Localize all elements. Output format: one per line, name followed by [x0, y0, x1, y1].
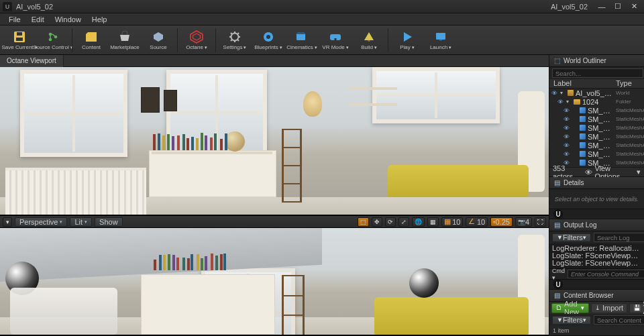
log-filters-dropdown[interactable]: ▼ Filters ▾ — [552, 233, 591, 242]
settings-icon — [227, 30, 242, 44]
scale-mode-button[interactable]: ⤢ — [398, 217, 409, 227]
outliner-icon: ⬚ — [553, 58, 560, 64]
outliner-row[interactable]: 👁SM_AI_vol5_2_wallStaticMeshAStaticMeshA — [549, 150, 644, 158]
outliner-row[interactable]: 👁▾1024Folder — [549, 97, 644, 106]
outliner-search-input[interactable] — [552, 68, 643, 78]
maximize-button[interactable]: ☐ — [610, 2, 625, 11]
toolbar-vr-mode-button[interactable]: VR Mode ▾ — [319, 27, 352, 54]
world-icon — [568, 90, 574, 96]
toolbar-label: Cinematics ▾ — [286, 44, 317, 50]
visibility-icon[interactable]: 👁 — [564, 107, 570, 114]
outliner-row[interactable]: 👁SM_AI_vol5_2_baskStaticMeshAStaticMeshA — [549, 106, 644, 115]
toolbar-save-button[interactable]: Save Current ▾ — [3, 27, 36, 54]
outliner-row[interactable]: 👁SM_AI_vol5_2_planStaticMeshAStaticMeshA — [549, 123, 644, 132]
main-toolbar: Save Current ▾Source Control ▾ContentMar… — [0, 25, 644, 55]
import-button[interactable]: ⤓ Import — [591, 303, 627, 313]
output-log-header[interactable]: ▤ Output Log — [549, 219, 644, 231]
svg-marker-6 — [191, 31, 203, 43]
outliner-row[interactable]: 👁SM_AI_vol5_2_wallStaticMeshAStaticMeshA — [549, 141, 644, 150]
svg-marker-7 — [193, 34, 201, 40]
source-control-icon — [46, 30, 60, 44]
log-search-input[interactable] — [594, 233, 644, 242]
cb-filters-dropdown[interactable]: ▼ Filters ▾ — [552, 316, 591, 325]
add-new-button[interactable]: 🗋 Add New ▾ — [551, 303, 589, 313]
tab-octane-viewport[interactable]: Octane Viewport — [0, 55, 64, 67]
content-icon — [84, 30, 99, 44]
visibility-icon[interactable]: 👁 — [557, 99, 564, 105]
world-outliner-panel: ⬚ World Outliner ⚙ ＋ Label Type 👁▾AI_vol… — [549, 55, 644, 177]
details-panel: ▤ Details Select an object to view detai… — [549, 177, 644, 209]
editor-viewport[interactable] — [0, 228, 549, 336]
coord-space-button[interactable]: 🌐 — [412, 217, 425, 227]
toolbar-launch-button[interactable]: Launch ▾ — [424, 27, 458, 54]
menu-window[interactable]: Window — [50, 15, 86, 24]
toolbar-label: Octane ▾ — [186, 44, 207, 50]
toolbar-settings-button[interactable]: Settings ▾ — [218, 27, 252, 54]
minimize-button[interactable]: — — [594, 2, 609, 11]
visibility-icon[interactable]: 👁 — [564, 151, 570, 158]
toolbar-play-button[interactable]: Play ▾ — [390, 27, 424, 54]
row-type: StaticMeshA — [616, 125, 644, 131]
octane-viewport[interactable]: /*books*/ — [0, 67, 549, 216]
lit-dropdown[interactable]: Lit▾ — [70, 217, 92, 227]
row-type: World — [616, 90, 644, 96]
scale-snap-value[interactable]: ▫ 0.25 — [490, 217, 513, 227]
viewport-options-button[interactable]: ▾ — [3, 217, 12, 227]
perspective-dropdown[interactable]: Perspective▾ — [15, 217, 67, 227]
visibility-icon[interactable]: 👁 — [564, 125, 570, 131]
close-button[interactable]: ✕ — [627, 2, 641, 11]
visibility-icon[interactable]: 👁 — [564, 142, 570, 149]
grid-snap-value[interactable]: ▦ 10 — [441, 217, 464, 227]
surface-snap-button[interactable]: ▦ — [427, 217, 439, 227]
octane-tab-strip: Octane Viewport — [0, 55, 549, 67]
cmd-label[interactable]: Cmd ▾ — [552, 268, 565, 281]
cb-search-input[interactable] — [594, 315, 644, 325]
vr-mode-icon — [328, 30, 343, 44]
rotate-mode-button[interactable]: ⟳ — [385, 217, 396, 227]
content-browser-panel: ▤ Content Browser 🗋 Add New ▾ ⤓ Import 💾… — [549, 290, 644, 336]
outliner-row[interactable]: 👁SM_AI_vol5_2_wallStaticMeshAStaticMeshA — [549, 132, 644, 141]
toolbar-marketplace-button[interactable]: Marketplace — [108, 27, 142, 54]
mesh-icon — [580, 133, 586, 139]
show-dropdown[interactable]: Show — [95, 217, 123, 227]
toolbar-blueprints-button[interactable]: Blueprints ▾ — [252, 27, 285, 54]
visibility-icon[interactable]: 👁 — [551, 90, 558, 97]
play-icon — [400, 30, 415, 44]
launch-icon — [433, 30, 448, 44]
maximize-viewport-button[interactable]: ⛶ — [535, 217, 546, 227]
toolbar-content-button[interactable]: Content — [74, 27, 108, 54]
toolbar-build-button[interactable]: Build ▾ — [352, 27, 386, 54]
translate-mode-button[interactable]: ✥ — [372, 217, 382, 227]
row-type: Folder — [616, 99, 644, 105]
outliner-tree[interactable]: 👁▾AI_vol5_02 (Editor)World👁▾1024Folder👁S… — [549, 89, 644, 167]
select-mode-button[interactable]: ⬚ — [358, 217, 369, 227]
visibility-icon[interactable]: 👁 — [564, 116, 570, 123]
row-label: SM_AI_vol5_2_planStaticMeshA — [588, 115, 614, 123]
row-type: StaticMeshA — [616, 142, 644, 148]
build-icon — [362, 30, 376, 44]
menu-edit[interactable]: Edit — [27, 15, 49, 24]
rotation-snap-value[interactable]: ∠ 10 — [466, 217, 488, 227]
log-line: LogRenderer: Reallocating scene render — [552, 245, 641, 252]
menu-file[interactable]: File — [4, 15, 25, 24]
camera-speed[interactable]: 📷 4 — [515, 217, 532, 227]
outliner-row[interactable]: 👁▾AI_vol5_02 (Editor)World — [549, 89, 644, 97]
save-all-button[interactable]: 💾 Save All — [629, 303, 644, 313]
svg-rect-28 — [439, 40, 442, 41]
toolbar-octane-button[interactable]: Octane ▾ — [180, 27, 213, 54]
world-outliner-header[interactable]: ⬚ World Outliner — [549, 55, 644, 67]
toolbar-source-button[interactable]: Source — [142, 27, 175, 54]
log-output[interactable]: LogRenderer: Reallocating scene renderLo… — [549, 243, 644, 268]
menu-help[interactable]: Help — [87, 15, 112, 24]
menubar: File Edit Window Help — [0, 13, 644, 25]
visibility-icon[interactable]: 👁 — [564, 133, 570, 140]
outliner-row[interactable]: 👁SM_AI_vol5_2_planStaticMeshAStaticMeshA — [549, 115, 644, 123]
console-command-input[interactable] — [568, 270, 644, 278]
details-header[interactable]: ▤ Details — [549, 177, 644, 189]
toolbar-cinematics-button[interactable]: Cinematics ▾ — [285, 27, 319, 54]
row-label: AI_vol5_02 (Editor) — [576, 89, 614, 97]
toolbar-source-control-button[interactable]: Source Control ▾ — [36, 27, 70, 54]
row-label: SM_AI_vol5_2_wallStaticMeshA — [588, 142, 614, 150]
cb-footer: 1 item — [549, 326, 644, 335]
row-type: StaticMeshA — [616, 133, 644, 139]
